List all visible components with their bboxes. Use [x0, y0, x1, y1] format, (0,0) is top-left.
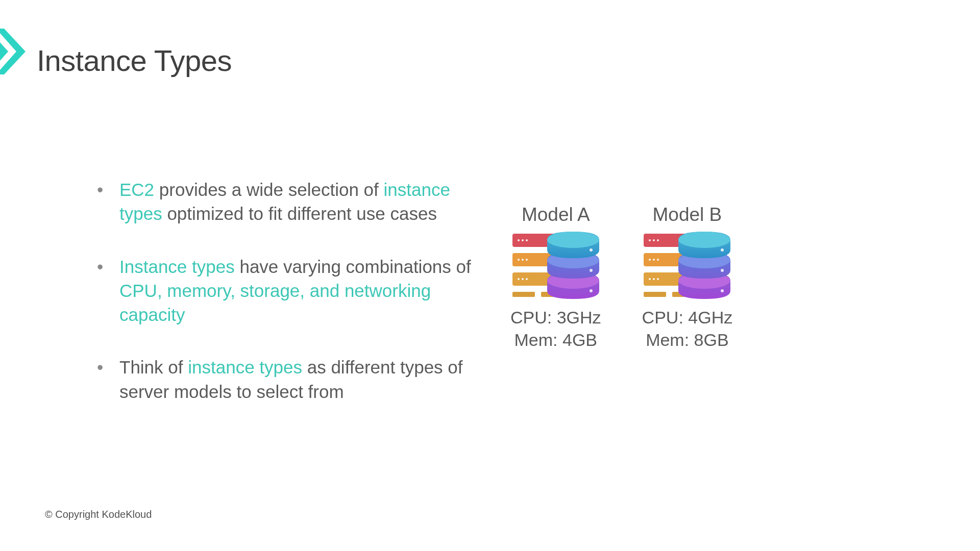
highlight-text: EC2 [119, 180, 154, 199]
plain-text: have varying combinations of [235, 257, 471, 277]
model-name: Model B [653, 204, 722, 226]
models-container: Model A [510, 204, 732, 351]
svg-point-10 [721, 269, 724, 272]
svg-point-9 [721, 248, 724, 252]
svg-point-8 [678, 232, 730, 248]
bullet-item: EC2 provides a wide selection of instanc… [97, 178, 480, 226]
model-spec-cpu: CPU: 3GHz [510, 306, 601, 329]
model-spec-mem: Mem: 8GB [646, 329, 728, 351]
svg-point-4 [590, 269, 593, 272]
highlight-text: CPU, memory, storage, and networking cap… [119, 281, 431, 324]
svg-point-2 [547, 232, 599, 248]
plain-text: optimized to fit different use cases [162, 204, 437, 223]
bullet-item: Instance types have varying combinations… [97, 255, 480, 327]
plain-text: provides a wide selection of [154, 180, 383, 199]
bullet-list: EC2 provides a wide selection of instanc… [97, 178, 480, 432]
model-name: Model A [522, 204, 590, 226]
model-spec-cpu: CPU: 4GHz [642, 306, 733, 329]
plain-text: Think of [119, 357, 188, 377]
server-icon [512, 232, 599, 298]
model-spec-mem: Mem: 4GB [514, 329, 597, 351]
copyright-text: © Copyright KodeKloud [45, 509, 152, 520]
server-icon [644, 232, 730, 298]
svg-point-3 [590, 248, 593, 252]
svg-point-5 [590, 289, 593, 292]
svg-point-11 [721, 289, 724, 292]
page-title: Instance Types [37, 43, 232, 78]
highlight-text: instance types [188, 357, 302, 377]
model-card: Model A [510, 204, 601, 351]
highlight-text: Instance types [119, 257, 235, 277]
model-card: Model B [642, 204, 733, 351]
bullet-item: Think of instance types as different typ… [97, 355, 480, 404]
